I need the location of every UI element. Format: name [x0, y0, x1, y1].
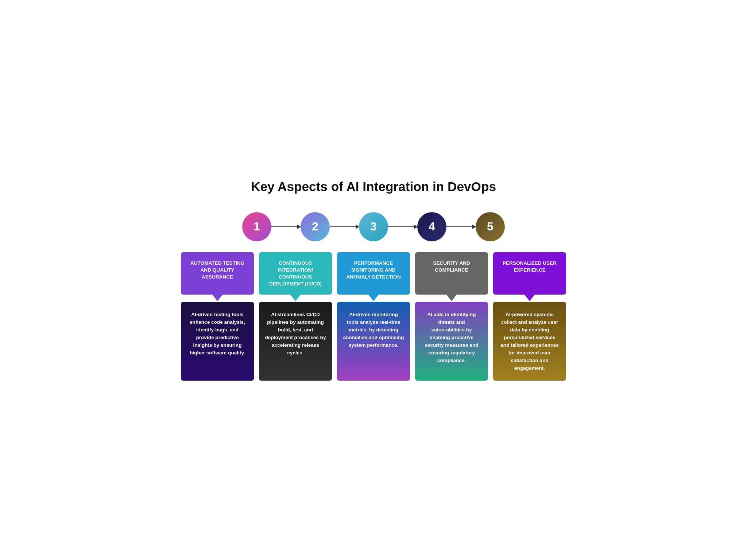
arrow-3 — [388, 226, 417, 227]
descriptions-row: AI-driven testing tools enhance code ana… — [173, 302, 574, 381]
desc-box-3: AI-driven monitoring tools analyse real-… — [337, 302, 410, 381]
arrow-4 — [446, 226, 476, 227]
arrow-1 — [271, 226, 301, 227]
circle-wrapper-5: 5 — [476, 212, 505, 241]
step-circle-2: 2 — [301, 212, 330, 241]
circle-wrapper-4: 4 — [417, 212, 476, 241]
arrow-2 — [330, 226, 359, 227]
desc-box-4: AI aids in identifying threats and vulne… — [415, 302, 488, 381]
circles-row: 12345 — [173, 212, 574, 241]
main-container: Key Aspects of AI Integration in DevOps … — [173, 179, 574, 381]
labels-row: AUTOMATED TESTING AND QUALITY ASSURANCEC… — [173, 252, 574, 295]
label-box-1: AUTOMATED TESTING AND QUALITY ASSURANCE — [181, 252, 254, 295]
circle-wrapper-3: 3 — [359, 212, 417, 241]
desc-box-2: AI streamlines CI/CD pipelines by automa… — [259, 302, 332, 381]
step-circle-4: 4 — [417, 212, 446, 241]
step-circle-5: 5 — [476, 212, 505, 241]
page-title: Key Aspects of AI Integration in DevOps — [173, 179, 574, 194]
step-circle-1: 1 — [242, 212, 271, 241]
circle-wrapper-2: 2 — [301, 212, 359, 241]
desc-box-5: AI-powered systems collect and analyze u… — [493, 302, 566, 381]
label-box-2: CONTINUOUS INTEGRATION/ CONTINUOUS DEPLO… — [259, 252, 332, 295]
desc-box-1: AI-driven testing tools enhance code ana… — [181, 302, 254, 381]
label-box-5: PERSONALIZED USER EXPERIENCE — [493, 252, 566, 295]
step-circle-3: 3 — [359, 212, 388, 241]
label-box-3: PERFORMANCE MONITORING AND ANOMALY DETEC… — [337, 252, 410, 295]
label-box-4: SECURITY AND COMPLIANCE — [415, 252, 488, 295]
circle-wrapper-1: 1 — [242, 212, 301, 241]
